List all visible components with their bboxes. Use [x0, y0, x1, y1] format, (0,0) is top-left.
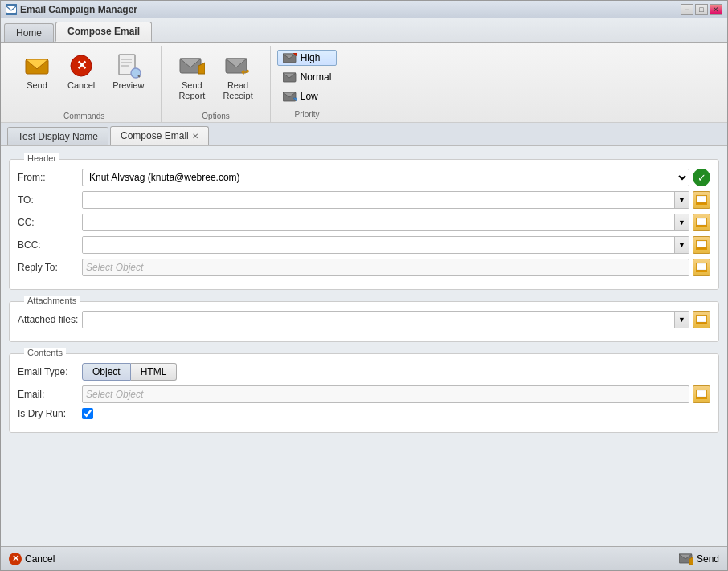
is-dry-run-wrap: [82, 408, 710, 419]
send-report-button[interactable]: SendReport: [171, 49, 212, 105]
cc-select-wrap: ▼: [82, 214, 689, 231]
is-dry-run-checkbox[interactable]: [82, 408, 93, 419]
svg-rect-33: [697, 241, 706, 247]
contents-legend: Contents: [24, 348, 66, 357]
send-status-icon: [679, 553, 693, 565]
high-envelope-icon: [283, 52, 297, 63]
svg-rect-27: [697, 196, 706, 202]
send-report-icon: [179, 53, 205, 79]
app-icon: [6, 4, 17, 15]
attached-files-input[interactable]: [83, 312, 674, 328]
priority-normal-label: Normal: [301, 71, 332, 83]
cancel-icon: ✕: [68, 53, 94, 79]
from-label: From::: [18, 172, 82, 183]
reply-to-pick-button[interactable]: [693, 259, 710, 276]
email-wrap: Select Object: [82, 385, 710, 403]
cc-pick-button[interactable]: [693, 214, 710, 231]
doc-tab-test-display[interactable]: Test Display Name: [7, 127, 108, 145]
send-label: Send: [27, 80, 47, 91]
svg-rect-36: [697, 263, 706, 270]
is-dry-run-row: Is Dry Run:: [18, 408, 710, 419]
cc-input[interactable]: [83, 214, 674, 230]
send-report-label: SendReport: [178, 80, 205, 101]
to-wrap: ▼: [82, 191, 710, 209]
attachments-legend: Attachments: [24, 296, 80, 305]
preview-button[interactable]: Preview: [105, 49, 151, 95]
priority-group-label: Priority: [294, 110, 319, 119]
priority-items: High Normal: [277, 49, 337, 105]
window-controls: − □ ✕: [681, 4, 722, 15]
ribbon-content: Send ✕ Cancel: [1, 43, 727, 122]
html-type-button[interactable]: HTML: [131, 363, 178, 381]
to-input[interactable]: [83, 192, 674, 208]
cc-wrap: ▼: [82, 214, 710, 231]
read-receipt-label: ReadReceipt: [223, 80, 252, 101]
bcc-label: BCC:: [18, 239, 82, 251]
main-content: Header From:: Knut Alvsvag (knuta@webree…: [1, 146, 727, 546]
close-button[interactable]: ✕: [710, 4, 722, 15]
svg-rect-39: [697, 316, 706, 322]
reply-to-wrap: Select Object: [82, 259, 710, 276]
priority-normal[interactable]: Normal: [277, 69, 337, 85]
bcc-pick-button[interactable]: [693, 236, 710, 254]
from-select[interactable]: Knut Alvsvag (knuta@webree.com): [82, 169, 689, 186]
bcc-row: BCC: ▼: [18, 236, 710, 254]
priority-high[interactable]: High: [277, 50, 337, 66]
cc-dropdown-arrow[interactable]: ▼: [674, 214, 689, 230]
status-cancel-button[interactable]: ✕ Cancel: [9, 553, 55, 565]
from-row: From:: Knut Alvsvag (knuta@webree.com) ✓: [18, 169, 710, 186]
send-icon: [24, 53, 50, 79]
cancel-button-ribbon[interactable]: ✕ Cancel: [60, 49, 102, 95]
is-dry-run-label: Is Dry Run:: [18, 408, 82, 419]
read-receipt-icon: ↩: [225, 53, 251, 79]
bcc-dropdown-arrow[interactable]: ▼: [674, 237, 689, 253]
options-group-label: Options: [202, 112, 229, 120]
header-panel: Header From:: Knut Alvsvag (knuta@webree…: [9, 154, 719, 290]
to-select-wrap: ▼: [82, 191, 689, 209]
status-send-button[interactable]: Send: [679, 553, 719, 565]
email-placeholder: Select Object: [86, 389, 143, 400]
reply-to-label: Reply To:: [18, 262, 82, 273]
doc-tab-test-label: Test Display Name: [18, 131, 98, 142]
send-status-label: Send: [697, 553, 719, 565]
doc-tab-close-icon[interactable]: ✕: [192, 132, 198, 141]
to-dropdown-arrow[interactable]: ▼: [674, 192, 689, 208]
svg-rect-30: [697, 218, 706, 225]
svg-text:↩: ↩: [241, 67, 249, 77]
send-button[interactable]: Send: [17, 49, 57, 95]
email-type-label: Email Type:: [18, 366, 82, 377]
preview-icon: [116, 53, 141, 79]
read-receipt-button[interactable]: ↩ ReadReceipt: [215, 49, 260, 105]
main-window: Email Campaign Manager − □ ✕ Home Compos…: [0, 0, 728, 571]
tab-compose-email[interactable]: Compose Email: [55, 22, 152, 42]
normal-envelope-icon: [283, 71, 297, 83]
window-title: Email Campaign Manager: [20, 4, 681, 15]
ribbon: Send ✕ Cancel: [1, 43, 727, 123]
reply-to-row: Reply To: Select Object: [18, 259, 710, 276]
status-bar: ✕ Cancel Send: [1, 546, 727, 570]
bcc-input[interactable]: [83, 237, 674, 253]
ribbon-commands-buttons: Send ✕ Cancel: [17, 49, 151, 110]
email-field[interactable]: Select Object: [82, 385, 689, 403]
ribbon-group-commands: Send ✕ Cancel: [7, 46, 162, 122]
doc-tab-bar: Test Display Name Compose Email ✕: [1, 123, 727, 146]
email-type-wrap: Object HTML: [82, 363, 177, 381]
restore-button[interactable]: □: [695, 4, 708, 15]
preview-label: Preview: [112, 80, 144, 91]
attached-files-pick[interactable]: [693, 311, 710, 328]
attached-files-arrow[interactable]: ▼: [674, 312, 689, 328]
tab-home[interactable]: Home: [4, 23, 54, 42]
from-wrap: Knut Alvsvag (knuta@webree.com) ✓: [82, 169, 710, 186]
object-type-button[interactable]: Object: [82, 363, 131, 381]
svg-rect-42: [697, 390, 706, 397]
email-pick-button[interactable]: [693, 385, 710, 403]
attached-files-row: Attached files: ▼: [18, 311, 710, 328]
reply-to-field[interactable]: Select Object: [82, 259, 689, 276]
priority-low[interactable]: Low: [277, 88, 337, 104]
to-label: TO:: [18, 194, 82, 206]
minimize-button[interactable]: −: [681, 4, 693, 15]
doc-tab-compose[interactable]: Compose Email ✕: [110, 126, 209, 145]
header-legend: Header: [24, 153, 59, 163]
attached-files-select: ▼: [82, 311, 689, 328]
to-pick-button[interactable]: [693, 191, 710, 209]
